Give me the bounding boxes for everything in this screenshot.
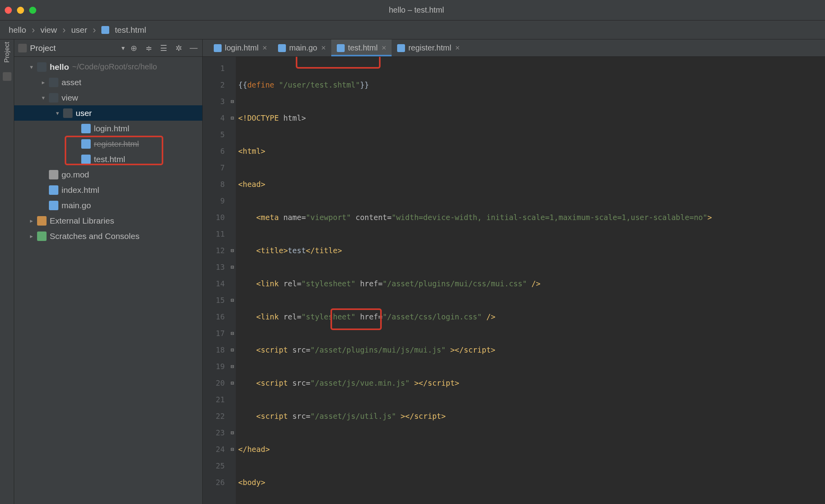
folder-icon xyxy=(63,108,73,118)
editor-area: login.html × main.go × test.html × regis… xyxy=(203,39,825,504)
tree-item-label: user xyxy=(76,108,92,118)
locate-icon[interactable]: ⊕ xyxy=(129,43,138,53)
breadcrumb-item[interactable]: user xyxy=(71,25,87,35)
tree-file-test[interactable]: test.html xyxy=(14,151,202,167)
tree-folder-asset[interactable]: ▸ asset xyxy=(14,75,202,90)
close-icon[interactable]: × xyxy=(455,43,460,52)
tree-item-label: test.html xyxy=(94,155,125,164)
tree-external-libraries[interactable]: ▸ External Libraries xyxy=(14,213,202,228)
chevron-down-icon[interactable]: ▾ xyxy=(39,94,47,101)
tab-test[interactable]: test.html × xyxy=(331,39,392,56)
html-file-icon xyxy=(214,44,222,52)
tree-folder-user[interactable]: ▾ user xyxy=(14,105,202,121)
html-file-icon xyxy=(81,139,91,149)
go-file-icon xyxy=(278,44,286,52)
tree-item-label: register.html xyxy=(94,139,139,149)
tree-root[interactable]: ▾ hello ~/Code/goRoot/src/hello xyxy=(14,59,202,75)
tree-item-label: asset xyxy=(62,78,81,87)
project-toolbar: ⊕ ≑ ☰ ✲ — xyxy=(129,43,198,53)
tree-item-label: Scratches and Consoles xyxy=(50,231,140,241)
tree-path-suffix: ~/Code/goRoot/src/hello xyxy=(72,62,157,71)
gomod-file-icon xyxy=(49,170,58,179)
window-title: hello – test.html xyxy=(36,6,797,15)
tree-file-login[interactable]: login.html xyxy=(14,121,202,136)
scratch-icon xyxy=(37,231,47,241)
project-panel: Project ▼ ⊕ ≑ ☰ ✲ — ▾ hello ~/Code/goRoo… xyxy=(14,39,203,504)
html-file-icon xyxy=(49,185,58,195)
close-window-icon[interactable] xyxy=(5,7,12,14)
tree-item-label: External Libraries xyxy=(50,216,114,226)
chevron-right-icon xyxy=(91,24,97,35)
library-icon xyxy=(37,216,47,226)
chevron-down-icon[interactable]: ▾ xyxy=(54,110,62,117)
folder-icon xyxy=(49,78,58,87)
expand-all-icon[interactable]: ≑ xyxy=(144,43,153,53)
tab-label: test.html xyxy=(348,43,378,52)
line-number-gutter: 1234567891011121314151617181920212223242… xyxy=(203,57,229,504)
html-file-icon xyxy=(397,44,405,52)
project-tool-tab[interactable]: Project xyxy=(3,42,11,63)
tree-file-register[interactable]: register.html xyxy=(14,136,202,151)
tab-label: main.go xyxy=(289,43,317,52)
tab-label: login.html xyxy=(225,43,259,52)
breadcrumb-item[interactable]: test.html xyxy=(115,25,146,35)
close-icon[interactable]: × xyxy=(382,43,386,52)
chevron-right-icon[interactable]: ▸ xyxy=(28,233,35,240)
maximize-window-icon[interactable] xyxy=(29,7,36,14)
breadcrumb: hello view user test.html xyxy=(0,21,825,39)
project-icon xyxy=(18,44,27,52)
breadcrumb-item[interactable]: view xyxy=(40,25,57,35)
tree-folder-view[interactable]: ▾ view xyxy=(14,90,202,105)
chevron-down-icon[interactable]: ▾ xyxy=(28,63,35,71)
fold-gutter[interactable]: ⊟⊟⊟⊟⊟⊟⊟⊟⊟⊟⊟ xyxy=(229,57,236,504)
minimize-window-icon[interactable] xyxy=(17,7,24,14)
collapse-all-icon[interactable]: ☰ xyxy=(159,43,168,53)
editor-tabs: login.html × main.go × test.html × regis… xyxy=(203,39,825,57)
tree-file-index[interactable]: index.html xyxy=(14,182,202,198)
tree-item-label: main.go xyxy=(62,201,91,210)
bookmarks-tool-icon[interactable] xyxy=(3,72,11,81)
tree-item-label: view xyxy=(62,93,78,103)
project-tree[interactable]: ▾ hello ~/Code/goRoot/src/hello ▸ asset … xyxy=(14,57,202,504)
tab-login[interactable]: login.html × xyxy=(208,39,273,56)
html-file-icon xyxy=(101,26,109,34)
tab-maingo[interactable]: main.go × xyxy=(273,39,331,56)
tree-file-gomod[interactable]: go.mod xyxy=(14,167,202,182)
tree-item-label: hello xyxy=(50,62,69,72)
chevron-right-icon xyxy=(30,24,36,35)
tree-item-label: login.html xyxy=(94,124,129,133)
html-file-icon xyxy=(81,124,91,133)
traffic-lights xyxy=(5,7,36,14)
code-editor[interactable]: 1234567891011121314151617181920212223242… xyxy=(203,57,825,504)
html-file-icon xyxy=(337,44,345,52)
breadcrumb-item[interactable]: hello xyxy=(9,25,26,35)
tree-file-maingo[interactable]: main.go xyxy=(14,198,202,213)
close-icon[interactable]: × xyxy=(321,43,326,52)
tree-scratches[interactable]: ▸ Scratches and Consoles xyxy=(14,228,202,244)
chevron-right-icon[interactable]: ▸ xyxy=(39,79,47,86)
tab-register[interactable]: register.html × xyxy=(392,39,465,56)
tree-item-label: go.mod xyxy=(62,170,89,179)
tab-label: register.html xyxy=(408,43,451,52)
go-file-icon xyxy=(49,201,58,210)
folder-icon xyxy=(37,62,47,72)
project-panel-header: Project ▼ ⊕ ≑ ☰ ✲ — xyxy=(14,39,202,57)
settings-gear-icon[interactable]: ✲ xyxy=(174,43,183,53)
folder-icon xyxy=(49,93,58,103)
close-icon[interactable]: × xyxy=(263,43,267,52)
hide-panel-icon[interactable]: — xyxy=(189,43,198,53)
chevron-right-icon xyxy=(61,24,67,35)
dropdown-icon[interactable]: ▼ xyxy=(120,45,126,51)
project-panel-title: Project xyxy=(30,43,117,53)
tool-window-bar: Project xyxy=(0,39,14,504)
html-file-icon xyxy=(81,155,91,164)
window-titlebar: hello – test.html xyxy=(0,0,825,21)
chevron-right-icon[interactable]: ▸ xyxy=(28,217,35,224)
code-content[interactable]: {{define "/user/test.shtml"}} <!DOCTYPE … xyxy=(236,57,825,504)
tree-item-label: index.html xyxy=(62,185,99,195)
